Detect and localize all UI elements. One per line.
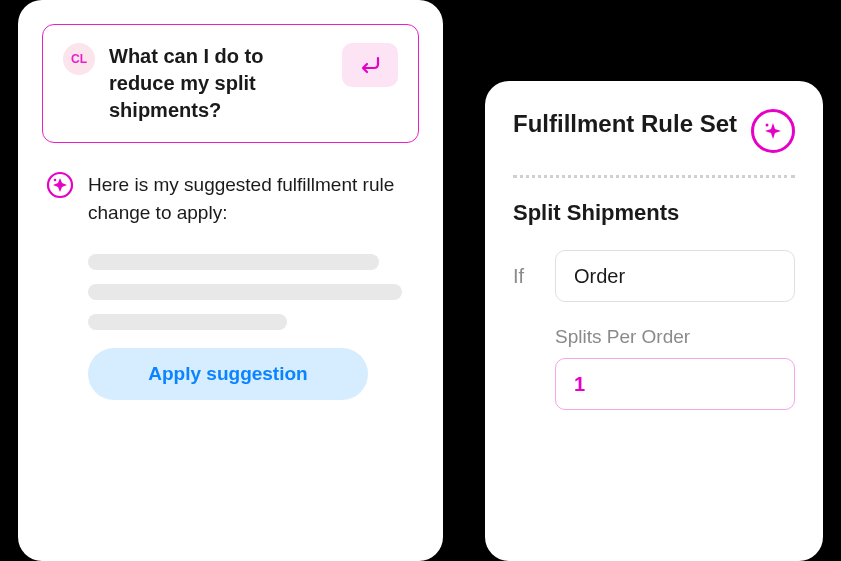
skeleton-line [88,314,287,330]
condition-label: If [513,265,541,288]
user-query-box: CL What can I do to reduce my split ship… [42,24,419,143]
sparkle-icon [761,119,785,143]
splits-field-label: Splits Per Order [555,326,795,348]
return-icon [358,55,382,75]
assistant-response: Here is my suggested fulfillment rule ch… [42,171,419,226]
user-avatar: CL [63,43,95,75]
condition-select[interactable]: Order [555,250,795,302]
svg-point-2 [766,124,769,127]
section-title: Split Shipments [513,200,795,226]
svg-point-1 [54,179,57,182]
condition-row: If Order [513,250,795,302]
chat-card: CL What can I do to reduce my split ship… [18,0,443,561]
fulfillment-rule-card: Fulfillment Rule Set Split Shipments If … [485,81,823,561]
sparkle-badge [751,109,795,153]
skeleton-line [88,254,379,270]
divider [513,175,795,178]
rule-header: Fulfillment Rule Set [513,109,795,153]
splits-field-group: Splits Per Order 1 [513,326,795,410]
sparkle-icon [46,171,74,199]
splits-per-order-input[interactable]: 1 [555,358,795,410]
apply-suggestion-button[interactable]: Apply suggestion [88,348,368,400]
assistant-response-text: Here is my suggested fulfillment rule ch… [88,171,415,226]
rule-title: Fulfillment Rule Set [513,109,737,139]
skeleton-placeholder [42,254,419,330]
skeleton-line [88,284,402,300]
user-query-text: What can I do to reduce my split shipmen… [109,43,328,124]
submit-button[interactable] [342,43,398,87]
